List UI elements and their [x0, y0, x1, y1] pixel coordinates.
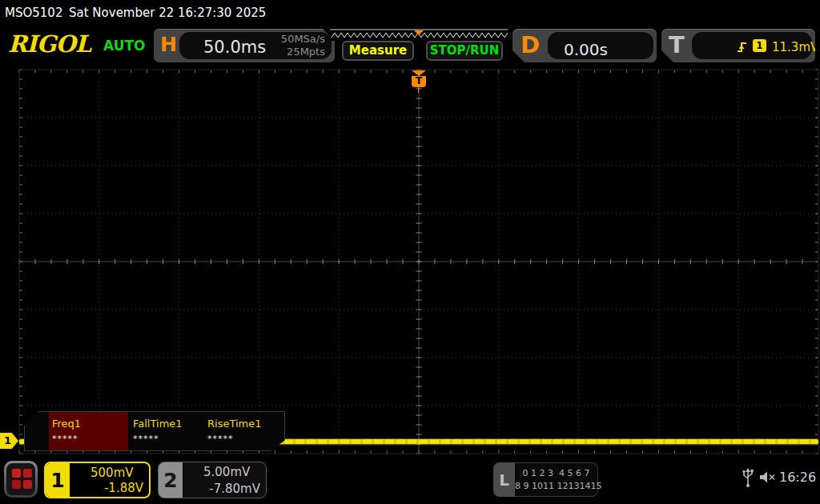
horizontal-settings-box[interactable]: H 50.0ms 50MSa/s 25Mpts	[154, 29, 335, 62]
measurement-item-falltime1[interactable]: FallTime1 *****	[130, 412, 205, 450]
measure-button[interactable]: Measure	[342, 41, 414, 61]
quad-grid-icon	[6, 463, 35, 495]
graticule-grid	[18, 69, 820, 456]
channel1-values: 500mV -1.88V	[70, 463, 149, 497]
datetime-label: Sat November 22 16:27:30 2025	[69, 6, 266, 20]
channel1-level-marker[interactable]: 1	[0, 433, 18, 449]
logic-channels-row1: 0 1 2 3 4 5 6 7	[515, 468, 597, 478]
clock-label: 16:26	[779, 470, 816, 485]
channel2-values: 5.00mV -7.80mV	[183, 462, 266, 498]
channel2-offset: -7.80mV	[187, 482, 260, 496]
delay-label: D	[521, 31, 540, 58]
logic-channels-row2: 8 9 1011 12131415	[515, 481, 597, 491]
channel1-scale: 500mV	[90, 466, 134, 480]
trigger-level-value: 11.3mV	[772, 40, 818, 54]
measurement-value: *****	[133, 434, 159, 444]
delay-settings-box[interactable]: D 0.00s	[512, 29, 657, 62]
rigol-logo: RIGOL	[8, 30, 90, 58]
speaker-muted-icon	[759, 470, 777, 486]
channel2-scale: 5.00mV	[203, 465, 250, 479]
top-status-bar: MSO5102 Sat November 22 16:27:30 2025	[0, 0, 820, 24]
model-label: MSO5102	[5, 6, 62, 20]
bottom-status-bar: 1 500mV -1.88V 2 5.00mV -7.80mV L 0 1 2 …	[0, 459, 820, 504]
header-bar: RIGOL AUTO H 50.0ms 50MSa/s 25Mpts Measu…	[0, 24, 820, 66]
trigger-position-marker[interactable]: T	[412, 70, 426, 93]
trigger-settings-box[interactable]: T 1 11.3mV A	[661, 29, 815, 62]
channel2-status-block[interactable]: 2 5.00mV -7.80mV	[158, 462, 267, 498]
measurement-item-freq1[interactable]: Freq1 *****	[49, 412, 128, 450]
measurement-value: *****	[207, 434, 234, 444]
memory-depth: 25Mpts	[281, 46, 325, 58]
waveform-display: T Freq1 ***** FallTime1 ***** RiseTime1 …	[0, 66, 820, 459]
waveform-preview-strip[interactable]	[330, 29, 509, 41]
trigger-marker-stem	[418, 87, 419, 93]
measurement-name: RiseTime1	[207, 418, 262, 430]
channel1-badge: 1	[46, 463, 70, 497]
trigger-label: T	[669, 31, 685, 58]
horizontal-label: H	[160, 33, 177, 56]
sample-rate: 50MSa/s	[281, 33, 325, 46]
trigger-marker-badge: T	[412, 76, 426, 87]
stop-run-button[interactable]: STOP/RUN	[426, 41, 503, 61]
acquire-mode-label: AUTO	[103, 38, 146, 54]
trigger-source-badge: 1	[753, 39, 766, 52]
measurement-overlay: Freq1 ***** FallTime1 ***** RiseTime1 **…	[24, 411, 285, 451]
sample-rate-block: 50MSa/s 25Mpts	[281, 33, 325, 59]
logic-channel-list: 0 1 2 3 4 5 6 7 8 9 1011 12131415	[515, 462, 598, 497]
trigger-slope-icon	[735, 38, 750, 54]
measurement-name: Freq1	[52, 418, 81, 430]
display-menu-button[interactable]	[4, 461, 38, 498]
timebase-value: 50.0ms	[203, 38, 266, 57]
measurement-value: *****	[52, 434, 78, 444]
measurement-item-risetime1[interactable]: RiseTime1 *****	[204, 412, 281, 450]
logic-analyzer-block[interactable]: L 0 1 2 3 4 5 6 7 8 9 1011 12131415	[493, 462, 598, 497]
usb-icon	[742, 467, 754, 488]
waveform-preview-icon	[330, 29, 508, 41]
channel2-badge: 2	[159, 462, 183, 498]
measurement-name: FallTime1	[133, 418, 183, 430]
delay-value: 0.00s	[564, 40, 608, 59]
channel1-offset: -1.88V	[74, 481, 143, 495]
logic-analyzer-badge: L	[493, 462, 515, 497]
channel1-status-block[interactable]: 1 500mV -1.88V	[44, 462, 151, 498]
